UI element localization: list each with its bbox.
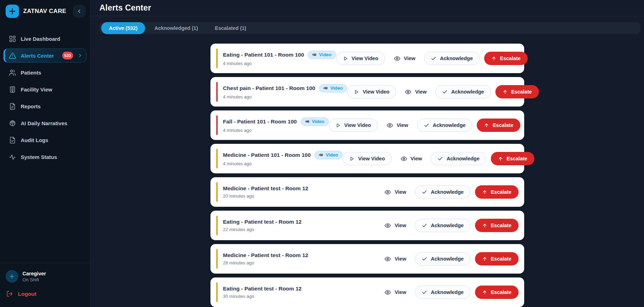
- view-button[interactable]: View: [380, 219, 410, 232]
- acknowledge-button[interactable]: Acknowledge: [417, 119, 472, 132]
- sidebar-item-alerts-center[interactable]: Alerts Center 533: [4, 49, 86, 63]
- alert-timestamp: 20 minutes ago: [223, 193, 308, 199]
- users-icon: [9, 69, 16, 76]
- logout-label: Logout: [18, 291, 37, 297]
- escalate-button[interactable]: Escalate: [477, 119, 520, 132]
- acknowledge-button[interactable]: Acknowledge: [415, 185, 470, 199]
- tab-escalated[interactable]: Escalated (1): [207, 22, 254, 34]
- escalate-button[interactable]: Escalate: [484, 52, 528, 65]
- chevron-left-icon: [77, 8, 82, 14]
- view-button[interactable]: View: [390, 52, 420, 65]
- arrow-up-icon: [482, 223, 487, 228]
- view-button[interactable]: View: [401, 85, 431, 98]
- brain-icon: [9, 120, 16, 127]
- acknowledge-button[interactable]: Acknowledge: [424, 52, 479, 65]
- alert-triangle-icon: [9, 52, 16, 59]
- tab-acknowledged[interactable]: Acknowledged (1): [147, 22, 206, 34]
- check-icon: [422, 223, 427, 228]
- video-badge: Video: [301, 117, 329, 126]
- video-badge: Video: [319, 84, 347, 92]
- sidebar-item-system-status[interactable]: System Status: [4, 150, 86, 164]
- acknowledge-button[interactable]: Acknowledge: [415, 219, 470, 232]
- eye-icon: [386, 122, 393, 129]
- view-video-button[interactable]: View Video: [336, 52, 385, 65]
- alert-title: Chest pain - Patient 101 - Room 100: [223, 85, 316, 91]
- check-icon: [422, 189, 427, 195]
- sidebar-item-label: Reports: [21, 103, 41, 109]
- severity-bar: [216, 249, 218, 269]
- eye-icon: [394, 55, 401, 62]
- acknowledge-button[interactable]: Acknowledge: [415, 286, 470, 299]
- view-button[interactable]: View: [380, 185, 410, 199]
- video-camera-icon: [305, 119, 310, 124]
- tab-active[interactable]: Active (532): [101, 22, 145, 34]
- sidebar-item-label: Alerts Center: [21, 53, 54, 59]
- sidebar-item-patients[interactable]: Patients: [4, 65, 86, 79]
- check-icon: [431, 56, 436, 61]
- acknowledge-button[interactable]: Acknowledge: [431, 152, 486, 165]
- alert-title: Eating - Patient test - Room 12: [223, 219, 302, 225]
- arrow-up-icon: [491, 56, 496, 61]
- view-button[interactable]: View: [382, 119, 412, 132]
- alert-card: Eating - Patient 101 - Room 100 Video 4 …: [210, 44, 524, 73]
- view-button[interactable]: View: [380, 252, 410, 266]
- sidebar-item-reports[interactable]: Reports: [4, 99, 86, 113]
- logout-icon: [6, 290, 13, 297]
- arrow-up-icon: [482, 190, 487, 195]
- play-icon: [343, 56, 348, 61]
- arrow-up-icon: [482, 290, 487, 295]
- check-icon: [424, 122, 429, 128]
- severity-bar: [216, 216, 218, 235]
- dashboard-icon: [9, 35, 16, 43]
- sidebar-item-audit-logs[interactable]: Audit Logs: [4, 133, 86, 147]
- alert-card: Eating - Patient test - Room 12 22 minut…: [210, 211, 524, 240]
- user-profile: Caregiver On Shift: [6, 268, 84, 288]
- sidebar-item-facility-view[interactable]: Facility View: [4, 82, 86, 96]
- escalate-button[interactable]: Escalate: [475, 286, 519, 299]
- eye-icon: [384, 222, 391, 229]
- main-area: Alerts Center Active (532) Acknowledged …: [90, 0, 644, 307]
- profile-name: Caregiver: [22, 271, 46, 276]
- view-button[interactable]: View: [380, 286, 410, 299]
- activity-icon: [9, 153, 16, 161]
- sidebar-item-label: Live Dashboard: [21, 36, 60, 42]
- sidebar-item-ai-daily-narratives[interactable]: AI Daily Narratives: [4, 116, 86, 130]
- page-title: Alerts Center: [99, 3, 151, 13]
- view-video-button[interactable]: View Video: [343, 152, 391, 165]
- video-badge-label: Video: [319, 52, 331, 57]
- sidebar-footer: Caregiver On Shift Logout: [0, 263, 90, 307]
- arrow-up-icon: [484, 123, 489, 128]
- video-badge-label: Video: [312, 119, 324, 124]
- alert-card: Medicine - Patient test - Room 12 28 min…: [210, 244, 524, 274]
- video-camera-icon: [323, 85, 328, 91]
- check-icon: [437, 156, 443, 161]
- alert-card: Medicine - Patient test - Room 12 20 min…: [210, 177, 524, 207]
- view-button[interactable]: View: [396, 152, 427, 165]
- check-icon: [422, 256, 427, 262]
- escalate-button[interactable]: Escalate: [475, 252, 519, 266]
- escalate-button[interactable]: Escalate: [475, 185, 519, 199]
- brand: ZATNAV CARE: [0, 0, 90, 23]
- check-icon: [442, 89, 448, 95]
- avatar: [6, 270, 18, 283]
- logout-button[interactable]: Logout: [6, 288, 37, 300]
- severity-bar: [216, 182, 218, 202]
- escalate-button[interactable]: Escalate: [475, 219, 519, 232]
- sidebar-collapse-button[interactable]: [73, 5, 86, 18]
- acknowledge-button[interactable]: Acknowledge: [415, 252, 470, 266]
- escalate-button[interactable]: Escalate: [491, 152, 534, 165]
- alert-title: Eating - Patient 101 - Room 100: [223, 52, 304, 58]
- eye-icon: [384, 289, 391, 296]
- view-video-button[interactable]: View Video: [329, 119, 378, 132]
- escalate-button[interactable]: Escalate: [495, 85, 539, 98]
- acknowledge-button[interactable]: Acknowledge: [435, 85, 490, 98]
- sidebar-item-live-dashboard[interactable]: Live Dashboard: [4, 32, 86, 46]
- view-video-button[interactable]: View Video: [347, 85, 396, 98]
- sidebar-nav: Live Dashboard Alerts Center 533 Patient…: [0, 32, 90, 164]
- play-icon: [336, 123, 341, 128]
- sidebar: ZATNAV CARE Live Dashboard Alerts Center…: [0, 0, 90, 307]
- sidebar-item-label: Facility View: [21, 87, 52, 92]
- alert-title: Eating - Patient test - Room 12: [223, 286, 302, 292]
- video-camera-icon: [318, 152, 324, 158]
- sidebar-item-label: Audit Logs: [21, 137, 48, 143]
